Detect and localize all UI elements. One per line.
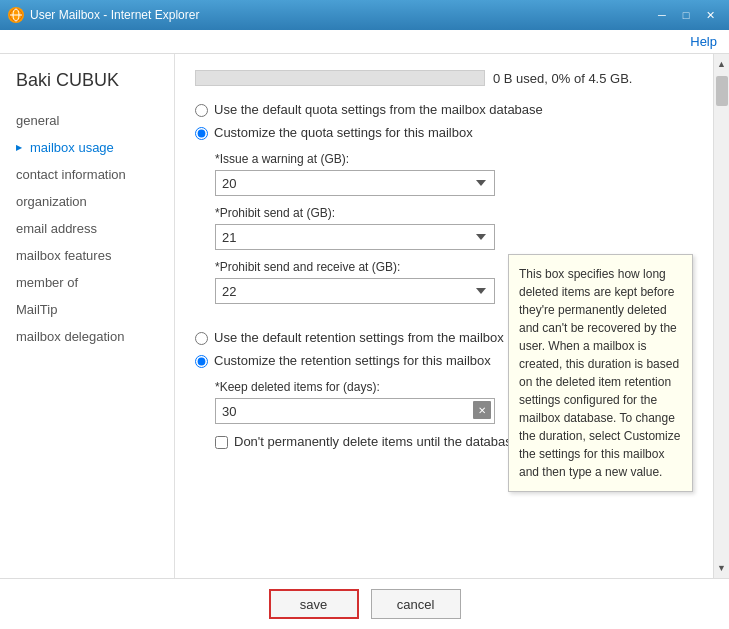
sidebar-item-organization-label: organization [16,194,87,209]
sidebar-item-organization[interactable]: organization [0,188,174,215]
sidebar-item-mailbox-delegation[interactable]: mailbox delegation [0,323,174,350]
close-button[interactable]: ✕ [699,4,721,26]
sidebar-item-mailbox-delegation-label: mailbox delegation [16,329,124,344]
prohibit-send-select[interactable]: 21 [215,224,495,250]
customize-retention-radio[interactable] [195,355,208,368]
warning-form-group: *Issue a warning at (GB): 20 [215,152,693,196]
restore-button[interactable]: □ [675,4,697,26]
window-title: User Mailbox - Internet Explorer [30,8,199,22]
default-quota-label[interactable]: Use the default quota settings from the … [214,102,543,117]
default-quota-radio[interactable] [195,104,208,117]
quota-radio-group: Use the default quota settings from the … [195,102,693,140]
help-link[interactable]: Help [690,34,717,49]
ie-icon [8,7,24,23]
sidebar-item-mailbox-usage[interactable]: mailbox usage [0,134,174,161]
prohibit-send-form-group: *Prohibit send at (GB): 21 [215,206,693,250]
sidebar-item-general-label: general [16,113,59,128]
scroll-thumb[interactable] [716,76,728,106]
usage-bar-row: 0 B used, 0% of 4.5 GB. [195,70,693,86]
sidebar-item-mailbox-features[interactable]: mailbox features [0,242,174,269]
cancel-button[interactable]: cancel [371,589,461,619]
main-content: 0 B used, 0% of 4.5 GB. Use the default … [175,54,713,578]
clear-input-button[interactable]: ✕ [473,401,491,419]
title-bar-left: User Mailbox - Internet Explorer [8,7,199,23]
tooltip-text: This box specifies how long deleted item… [519,267,680,479]
sidebar-item-member-of[interactable]: member of [0,269,174,296]
sidebar-item-general[interactable]: general [0,107,174,134]
usage-bar [195,70,485,86]
sidebar-item-mailtip-label: MailTip [16,302,57,317]
prohibit-send-label: *Prohibit send at (GB): [215,206,693,220]
dont-delete-checkbox[interactable] [215,436,228,449]
usage-text: 0 B used, 0% of 4.5 GB. [493,71,632,86]
default-retention-radio[interactable] [195,332,208,345]
tooltip-box: This box specifies how long deleted item… [508,254,693,492]
scrollbar[interactable]: ▲ ▼ [713,54,729,578]
content-area: Baki CUBUK general mailbox usage contact… [0,54,729,578]
help-bar: Help [0,30,729,54]
customize-quota-radio-row: Customize the quota settings for this ma… [195,125,693,140]
sidebar-item-email-address[interactable]: email address [0,215,174,242]
scroll-up-arrow[interactable]: ▲ [715,56,729,72]
warning-label: *Issue a warning at (GB): [215,152,693,166]
customize-quota-radio[interactable] [195,127,208,140]
main-panel: 0 B used, 0% of 4.5 GB. Use the default … [175,54,729,578]
default-quota-radio-row: Use the default quota settings from the … [195,102,693,117]
bottom-bar: save cancel [0,578,729,629]
sidebar-item-contact-information[interactable]: contact information [0,161,174,188]
customize-quota-label[interactable]: Customize the quota settings for this ma… [214,125,473,140]
sidebar-item-email-address-label: email address [16,221,97,236]
sidebar-item-mailbox-usage-label: mailbox usage [30,140,114,155]
sidebar: Baki CUBUK general mailbox usage contact… [0,54,175,578]
sidebar-item-member-of-label: member of [16,275,78,290]
title-bar: User Mailbox - Internet Explorer ─ □ ✕ [0,0,729,30]
sidebar-item-mailbox-features-label: mailbox features [16,248,111,263]
save-button[interactable]: save [269,589,359,619]
scroll-down-arrow[interactable]: ▼ [715,560,729,576]
prohibit-send-receive-select[interactable]: 22 [215,278,495,304]
user-name: Baki CUBUK [0,70,174,107]
warning-select[interactable]: 20 [215,170,495,196]
customize-retention-label[interactable]: Customize the retention settings for thi… [214,353,491,368]
sidebar-item-mailtip[interactable]: MailTip [0,296,174,323]
title-bar-controls: ─ □ ✕ [651,4,721,26]
minimize-button[interactable]: ─ [651,4,673,26]
main-window: Help Baki CUBUK general mailbox usage co… [0,30,729,629]
sidebar-item-contact-information-label: contact information [16,167,126,182]
keep-deleted-input[interactable] [215,398,495,424]
keep-deleted-input-wrapper: ✕ [215,398,495,424]
